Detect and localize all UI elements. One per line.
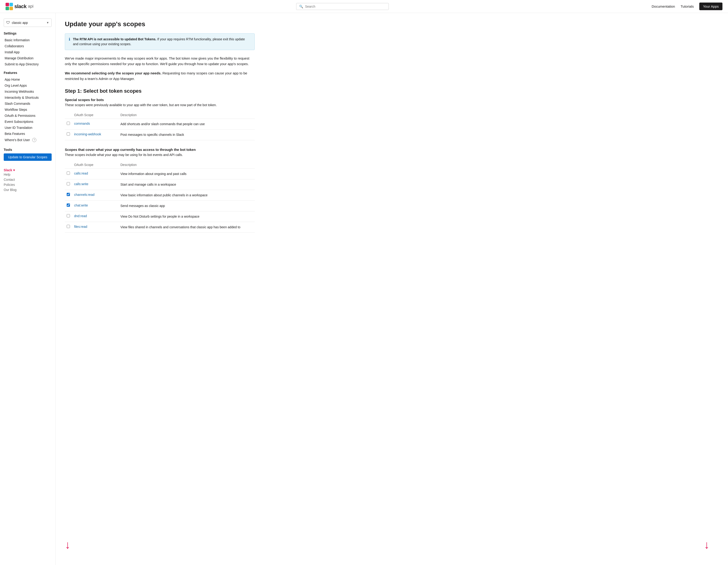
slack-logo[interactable]: slack api <box>6 3 34 10</box>
search-box[interactable]: 🔍 <box>296 3 389 10</box>
search-area: 🔍 <box>296 3 389 10</box>
footer-blog-link[interactable]: Our Blog <box>4 187 52 192</box>
documentation-link[interactable]: Documentation <box>652 4 675 8</box>
left-scroll-arrow: ↓ <box>65 538 70 551</box>
banner-bold: The RTM API is not accessible to updated… <box>73 37 156 41</box>
scope-link[interactable]: incoming-webhook <box>74 132 101 136</box>
scope-name-cell: dnd:read <box>72 211 119 222</box>
sidebar-item-submit-to-directory[interactable]: Submit to App Directory <box>4 61 52 67</box>
sidebar-item-wheres-bot-user[interactable]: Where's Bot User ? <box>4 137 52 143</box>
sidebar-item-app-home[interactable]: App Home <box>4 76 52 82</box>
main-content: Update your app's scopes ℹ The RTM API i… <box>56 13 264 565</box>
sidebar-item-manage-distribution[interactable]: Manage Distribution <box>4 55 52 61</box>
app-icon: 🛡 <box>6 21 10 25</box>
update-granular-scopes-button[interactable]: Update to Granular Scopes <box>4 153 52 161</box>
question-icon[interactable]: ? <box>32 138 36 142</box>
header-nav: Documentation Tutorials Your Apps <box>652 3 722 10</box>
scope-checkbox[interactable] <box>67 122 70 125</box>
slack-brand-text: Slack <box>4 168 12 172</box>
scope-checkbox[interactable] <box>67 193 70 196</box>
bot-scopes-col1-header: OAuth Scope <box>72 161 119 169</box>
main-layout: 🛡 classic app ▼ Settings Basic Informati… <box>0 13 728 565</box>
scope-link[interactable]: commands <box>74 122 90 125</box>
scope-link[interactable]: calls:write <box>74 182 88 186</box>
app-selector[interactable]: 🛡 classic app ▼ <box>4 19 52 27</box>
table-row: calls:read View information about ongoin… <box>65 169 255 179</box>
info-icon: ℹ <box>69 37 70 47</box>
scope-checkbox[interactable] <box>67 225 70 228</box>
bot-scopes-desc: These scopes include what your app may b… <box>65 152 255 157</box>
your-apps-button[interactable]: Your Apps <box>699 3 722 10</box>
special-scopes-desc: These scopes were previously available t… <box>65 103 255 107</box>
scope-checkbox-cell <box>65 129 72 140</box>
scope-name-cell: channels:read <box>72 190 119 201</box>
scope-link[interactable]: files:read <box>74 225 87 228</box>
sidebar-item-incoming-webhooks[interactable]: Incoming Webhooks <box>4 88 52 94</box>
slack-brand: Slack ♥ <box>4 168 52 172</box>
footer-policies-link[interactable]: Policies <box>4 182 52 187</box>
scope-name-cell: files:read <box>72 222 119 233</box>
sidebar-item-workflow-steps[interactable]: Workflow Steps <box>4 107 52 113</box>
sidebar: 🛡 classic app ▼ Settings Basic Informati… <box>0 13 56 565</box>
wheres-bot-user-label: Where's Bot User <box>5 138 30 142</box>
heart-icon: ♥ <box>13 168 15 172</box>
bot-scopes-table: OAuth Scope Description calls:read View … <box>65 161 255 233</box>
app-name: classic app <box>12 21 44 25</box>
sidebar-item-basic-information[interactable]: Basic Information <box>4 37 52 43</box>
footer-contact-link[interactable]: Contact <box>4 177 52 182</box>
scope-checkbox[interactable] <box>67 214 70 217</box>
sidebar-item-install-app[interactable]: Install App <box>4 49 52 55</box>
tools-section: Tools Update to Granular Scopes <box>4 148 52 161</box>
tutorials-link[interactable]: Tutorials <box>681 4 694 8</box>
search-input[interactable] <box>305 5 386 8</box>
sidebar-item-oauth-permissions[interactable]: OAuth & Permissions <box>4 113 52 119</box>
bot-scopes-col2-header: Description <box>119 161 255 169</box>
special-scopes-table: OAuth Scope Description commands Add sho… <box>65 111 255 140</box>
scope-desc-cell: View basic information about public chan… <box>119 190 255 201</box>
scope-checkbox-cell <box>65 169 72 179</box>
page-title: Update your app's scopes <box>65 20 255 28</box>
scope-link[interactable]: chat:write <box>74 203 88 207</box>
sidebar-item-collaborators[interactable]: Collaborators <box>4 43 52 49</box>
sidebar-item-event-subscriptions[interactable]: Event Subscriptions <box>4 119 52 125</box>
intro-paragraph: We've made major improvements to the way… <box>65 56 255 67</box>
table-row: dnd:read View Do Not Disturb settings fo… <box>65 211 255 222</box>
scope-name-cell: chat:write <box>72 201 119 211</box>
logo-text: slack <box>14 3 27 9</box>
scope-checkbox[interactable] <box>67 203 70 207</box>
scope-link[interactable]: calls:read <box>74 171 88 175</box>
scope-checkbox[interactable] <box>67 182 70 185</box>
footer-help-link[interactable]: Help <box>4 172 52 177</box>
scope-checkbox-cell <box>65 119 72 129</box>
banner-text: The RTM API is not accessible to updated… <box>73 37 251 47</box>
scope-desc-cell: View Do Not Disturb settings for people … <box>119 211 255 222</box>
footer-links: Slack ♥ Help Contact Policies Our Blog <box>4 168 52 192</box>
scope-link[interactable]: channels:read <box>74 193 94 196</box>
sidebar-item-slash-commands[interactable]: Slash Commands <box>4 101 52 107</box>
sidebar-item-interactivity[interactable]: Interactivity & Shortcuts <box>4 94 52 101</box>
scope-checkbox-cell <box>65 211 72 222</box>
scope-desc-cell: Add shortcuts and/or slash commands that… <box>119 119 255 129</box>
scope-desc-cell: View files shared in channels and conver… <box>119 222 255 233</box>
dropdown-arrow-icon: ▼ <box>46 21 49 24</box>
sidebar-item-user-id-translation[interactable]: User ID Translation <box>4 125 52 131</box>
scope-checkbox[interactable] <box>67 171 70 175</box>
special-scopes-title: Special scopes for bots <box>65 98 255 102</box>
scope-checkbox[interactable] <box>67 132 70 135</box>
scope-desc-cell: Start and manage calls in a workspace <box>119 179 255 190</box>
logo-icon <box>6 3 13 10</box>
special-scopes-checkbox-header <box>65 111 72 119</box>
scope-checkbox-cell <box>65 201 72 211</box>
api-text: api <box>28 4 34 9</box>
logo-area: slack api <box>6 3 34 10</box>
scope-link[interactable]: dnd:read <box>74 214 87 218</box>
bot-scopes-title: Scopes that cover what your app currentl… <box>65 148 255 151</box>
recommend-text: We recommend selecting only the scopes y… <box>65 70 255 82</box>
sidebar-item-beta-features[interactable]: Beta Features <box>4 131 52 137</box>
table-row: files:read View files shared in channels… <box>65 222 255 233</box>
sidebar-item-org-level-apps[interactable]: Org Level Apps <box>4 82 52 88</box>
scope-name-cell: calls:read <box>72 169 119 179</box>
settings-section-title: Settings <box>4 31 52 35</box>
tools-section-title: Tools <box>4 148 52 151</box>
table-row: calls:write Start and manage calls in a … <box>65 179 255 190</box>
